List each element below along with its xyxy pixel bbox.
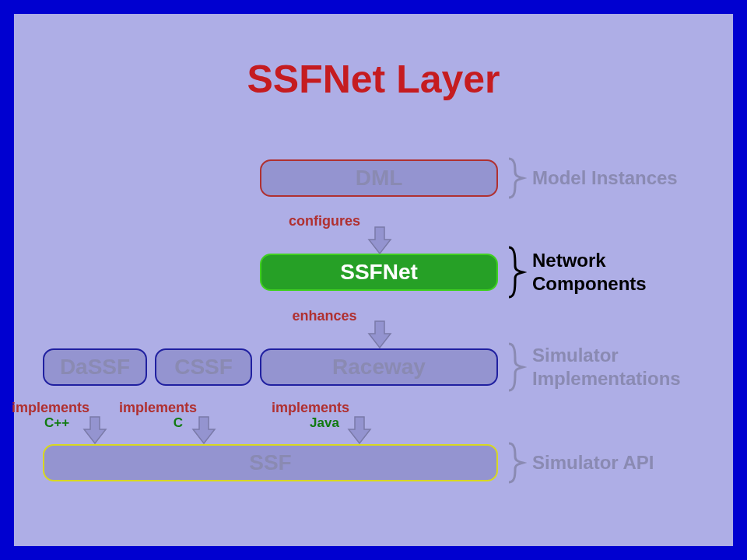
lang-dassf: C++ <box>30 415 84 431</box>
arrow-enhances <box>369 321 391 348</box>
box-raceway: Raceway <box>260 348 498 386</box>
label-model-instances: Model Instances <box>532 166 678 190</box>
svg-marker-2 <box>84 417 106 443</box>
brace-network-components <box>507 247 524 297</box>
slide-frame: SSFNet Layer DML SSFNet DaSSF CSSF Racew… <box>0 0 747 560</box>
page-title: SSFNet Layer <box>14 57 733 102</box>
svg-marker-4 <box>349 417 370 443</box>
lang-cssf: C <box>159 415 198 431</box>
slide-canvas: SSFNet Layer DML SSFNet DaSSF CSSF Racew… <box>14 14 733 546</box>
box-dassf: DaSSF <box>43 348 147 386</box>
box-dml: DML <box>260 159 498 197</box>
brace-simulator-api <box>507 443 524 482</box>
label-simulator-api: Simulator API <box>532 451 654 474</box>
label-enhances: enhances <box>282 308 367 324</box>
arrow-configures <box>369 227 391 254</box>
label-network-components: Network Components <box>532 249 647 296</box>
svg-marker-1 <box>369 321 391 348</box>
label-configures: configures <box>282 213 367 229</box>
label-impl-dassf: implements <box>8 400 93 416</box>
box-ssfnet: SSFNet <box>260 254 498 291</box>
arrow-impl-dassf <box>84 417 106 443</box>
svg-marker-0 <box>369 227 391 254</box>
label-impl-cssf: implements <box>115 400 201 416</box>
label-impl-raceway: implements <box>268 400 353 416</box>
brace-simulator-implementations <box>507 344 524 390</box>
lang-raceway: Java <box>297 415 352 431</box>
brace-model-instances <box>507 159 524 198</box>
box-cssf: CSSF <box>155 348 252 386</box>
arrow-impl-raceway <box>349 417 370 443</box>
box-ssf: SSF <box>43 444 498 481</box>
label-simulator-implementations: Simulator Implementations <box>532 344 681 390</box>
